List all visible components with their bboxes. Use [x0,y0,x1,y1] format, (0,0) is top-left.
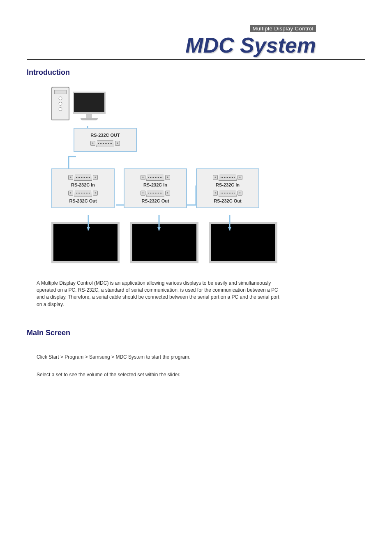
serial-port-icon: ✦✦ [141,190,170,197]
port-label-in: RS-232C In [129,182,182,187]
port-label-out: RS-232C Out [56,198,110,203]
port-label-in: RS-232C In [56,182,110,187]
display-serial-card: ✦✦ RS-232C In ✦✦ RS-232C Out [196,168,259,208]
pc-row [51,87,281,120]
intro-description-text: A Multiple Display Control (MDC) is an a… [37,280,283,309]
display-screen-icon [209,222,277,263]
port-label-out: RS-232C Out [201,198,254,203]
pc-tower-icon [51,87,69,120]
serial-port-icon: ✦✦ [68,190,98,197]
serial-port-icon: ✦ ✦ [90,140,120,147]
serial-port-icon: ✦✦ [141,174,170,181]
serial-port-icon: ✦✦ [68,174,98,181]
display-serial-cards-row: ✦✦ RS-232C In ✦✦ RS-232C Out ✦✦ RS-232C … [51,168,281,208]
section-heading-main-screen: Main Screen [27,329,365,337]
intro-description: A Multiple Display Control (MDC) is an a… [37,280,283,309]
serial-port-icon: ✦✦ [213,174,242,181]
pc-monitor-icon [73,92,106,120]
header-tagline: Multiple Display Control [250,25,316,32]
main-screen-body: Click Start > Program > Samsung > MDC Sy… [37,354,283,378]
header-title: MDC System [27,35,365,56]
display-serial-card: ✦✦ RS-232C In ✦✦ RS-232C Out [124,168,187,208]
port-label-in: RS-232C In [201,182,254,187]
header-rule [27,59,365,60]
port-label-out: RS-232C OUT [78,133,132,138]
main-screen-line1: Click Start > Program > Samsung > MDC Sy… [37,354,283,361]
port-label-out: RS-232C Out [129,198,182,203]
display-serial-card: ✦✦ RS-232C In ✦✦ RS-232C Out [51,168,115,208]
display-screens-row [51,222,281,263]
main-screen-line2: Select a set to see the volume of the se… [37,371,283,378]
connection-diagram: RS-232C OUT ✦ ✦ ✦✦ RS-232C In ✦✦ RS-232C… [51,87,281,263]
display-screen-icon [130,222,198,263]
serial-port-icon: ✦✦ [213,190,242,197]
section-heading-introduction: Introduction [27,68,365,77]
header-tagline-row: Multiple Display Control [27,25,365,32]
display-screen-icon [51,222,120,263]
pc-serial-card: RS-232C OUT ✦ ✦ [74,128,137,152]
